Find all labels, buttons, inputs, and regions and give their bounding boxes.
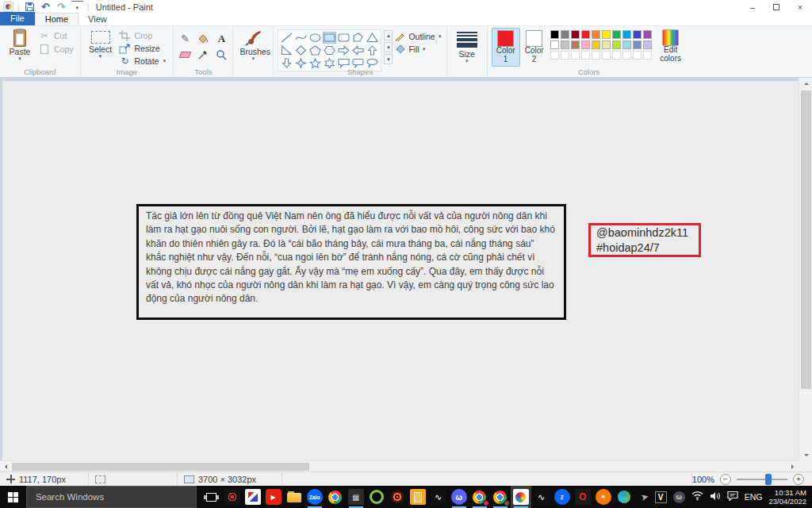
eraser-tool-icon[interactable] — [178, 48, 192, 61]
palette-swatch[interactable] — [581, 30, 590, 39]
palette-swatch[interactable] — [602, 40, 611, 49]
clock[interactable]: 10:31 AM 23/04/2022 — [768, 488, 806, 506]
shape-line-icon[interactable] — [280, 32, 293, 44]
color2-button[interactable]: Color 2 — [520, 28, 549, 67]
tab-file[interactable]: File — [0, 12, 35, 25]
discord-icon[interactable]: ω — [449, 486, 469, 508]
zoom-in-button[interactable]: + — [793, 474, 804, 485]
crop-button[interactable]: Crop — [117, 29, 170, 41]
magnifier-tool-icon[interactable] — [214, 48, 228, 61]
text-tool-icon[interactable]: A — [214, 32, 228, 45]
volume-icon[interactable] — [710, 490, 721, 504]
close-button[interactable]: × — [788, 0, 812, 13]
youtube-icon[interactable]: ▶ — [263, 486, 284, 508]
shape-triangle-icon[interactable] — [366, 32, 379, 44]
zoom-slider-thumb[interactable] — [765, 474, 772, 485]
shape-left-arrow-icon[interactable] — [351, 44, 365, 56]
shapes-more-button[interactable]: ▼ — [384, 54, 393, 64]
palette-swatch[interactable] — [602, 30, 611, 39]
bird-app-2-icon[interactable]: ∿ — [531, 486, 552, 508]
shape-right-triangle-icon[interactable] — [280, 44, 293, 56]
palette-swatch[interactable] — [622, 30, 631, 39]
send-app-icon[interactable]: ➤ — [634, 486, 655, 508]
shapes-scroll-up-button[interactable]: ▲ — [384, 30, 393, 40]
palette-swatch-empty[interactable] — [612, 51, 621, 60]
opera-icon[interactable]: O — [573, 486, 593, 508]
zoom-slider[interactable] — [737, 474, 787, 485]
bird-app-icon[interactable]: ∿ — [428, 486, 449, 508]
rotate-button[interactable]: ↻ Rotate ▼ — [117, 55, 170, 67]
minimize-button[interactable]: – — [741, 0, 764, 13]
copy-button[interactable]: Copy — [36, 43, 76, 56]
start-button[interactable] — [0, 486, 26, 508]
shape-up-arrow-icon[interactable] — [366, 44, 379, 56]
taskbar-search-input[interactable]: Search Windows — [26, 486, 197, 508]
pencil-tool-icon[interactable]: ✎ — [178, 32, 192, 45]
qat-customize-dropdown-icon[interactable]: ▾ — [71, 1, 83, 13]
horizontal-scrollbar[interactable] — [0, 460, 799, 471]
outline-button[interactable]: Outline ▼ — [395, 32, 442, 41]
palette-swatch-empty[interactable] — [643, 51, 652, 60]
chrome-profile-2-icon[interactable] — [490, 486, 511, 508]
chrome-profile-1-icon[interactable] — [469, 486, 490, 508]
zalo-icon[interactable]: Zalo — [304, 486, 325, 508]
chrome-icon[interactable] — [325, 486, 346, 508]
green-ring-app-icon[interactable] — [366, 486, 387, 508]
blue-messenger-icon[interactable]: Z — [552, 486, 573, 508]
scroll-right-button[interactable] — [787, 461, 799, 472]
scroll-up-button[interactable] — [800, 78, 812, 89]
palette-swatch[interactable] — [571, 30, 580, 39]
orange-app-icon[interactable] — [408, 486, 428, 508]
video-editor-icon[interactable] — [243, 486, 263, 508]
palette-swatch-empty[interactable] — [581, 51, 590, 60]
palette-swatch[interactable] — [643, 40, 652, 49]
shape-diamond-icon[interactable] — [294, 44, 308, 56]
palette-swatch[interactable] — [550, 40, 559, 49]
cut-button[interactable]: ✂ Cut — [36, 29, 76, 42]
wifi-icon[interactable] — [691, 490, 703, 504]
palette-swatch[interactable] — [550, 30, 559, 39]
tab-view[interactable]: View — [79, 13, 117, 25]
size-button[interactable]: Size ▼ — [451, 28, 483, 67]
palette-swatch-empty[interactable] — [561, 51, 569, 60]
palette-swatch[interactable] — [622, 40, 631, 49]
swirl-app-icon[interactable] — [614, 486, 634, 508]
paint-canvas[interactable]: Tác giả lớn lên từ đồng quê Việt Nam nên… — [2, 81, 799, 460]
action-center-icon[interactable] — [727, 490, 738, 504]
shape-rounded-rectangle-icon[interactable] — [337, 32, 350, 44]
palette-swatch-empty[interactable] — [602, 51, 611, 60]
shapes-scroll-down-button[interactable]: ▼ — [384, 42, 393, 52]
palette-swatch-empty[interactable] — [571, 51, 580, 60]
spiral-app-icon[interactable] — [387, 486, 408, 508]
fill-button[interactable]: Fill ▼ — [395, 44, 442, 54]
palette-swatch[interactable] — [592, 30, 600, 39]
tab-home[interactable]: Home — [35, 13, 79, 25]
scroll-down-button[interactable] — [800, 449, 812, 460]
palette-swatch-empty[interactable] — [633, 51, 642, 60]
palette-swatch-empty[interactable] — [622, 51, 631, 60]
palette-swatch[interactable] — [571, 40, 580, 49]
scroll-left-button[interactable] — [0, 461, 12, 472]
brushes-button[interactable]: Brushes ▼ — [237, 28, 269, 67]
paint-taskbar-icon[interactable] — [511, 486, 531, 508]
task-view-button[interactable] — [201, 486, 222, 508]
shape-pentagon-icon[interactable] — [308, 44, 322, 56]
shape-curve-icon[interactable] — [294, 32, 308, 44]
save-button[interactable] — [24, 1, 36, 13]
paste-button[interactable]: Paste ▼ — [4, 28, 36, 67]
file-explorer-icon[interactable] — [284, 486, 304, 508]
orange-game-icon[interactable]: ✶ — [593, 486, 614, 508]
palette-swatch[interactable] — [612, 40, 621, 49]
redo-button[interactable]: ↷ — [56, 1, 67, 13]
color-picker-tool-icon[interactable] — [196, 48, 210, 61]
zoom-out-button[interactable]: − — [720, 474, 731, 485]
calculator-icon[interactable]: ▦ — [346, 486, 366, 508]
undo-button[interactable]: ↶ — [40, 1, 52, 13]
screen-recorder-icon[interactable] — [222, 486, 243, 508]
language-indicator[interactable]: ENG — [745, 492, 763, 502]
color1-button[interactable]: Color 1 — [492, 28, 520, 67]
vertical-scroll-thumb[interactable] — [801, 90, 811, 389]
vertical-scrollbar[interactable] — [799, 78, 812, 460]
palette-swatch[interactable] — [633, 40, 642, 49]
shape-rectangle-icon[interactable] — [323, 32, 336, 44]
